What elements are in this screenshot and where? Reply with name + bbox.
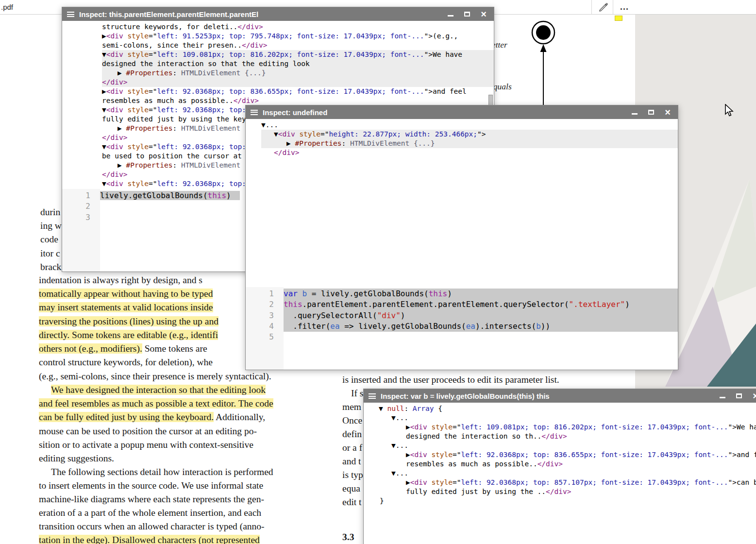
- screen: durining wcodeitor cbrackindentation is …: [0, 0, 756, 544]
- dom-tree-node[interactable]: designed the interaction so that the edi…: [102, 59, 494, 68]
- code-line[interactable]: [284, 332, 678, 342]
- code-line[interactable]: this.parentElement.parentElement.parentE…: [284, 299, 678, 310]
- dom-tree-node[interactable]: ▼...: [379, 469, 756, 478]
- line-number: 4: [246, 321, 274, 332]
- dom-tree-node[interactable]: semi-colons, since their presen..</div>: [102, 41, 494, 50]
- pencil-icon: [598, 2, 608, 12]
- line-number: 1: [246, 289, 274, 299]
- dom-tree-node[interactable]: ▼<div style="left: 109.081px; top: 816.2…: [102, 50, 494, 59]
- window-title: Inspect: this.parentElement.parentElemen…: [79, 10, 442, 18]
- line-number: 5: [246, 332, 274, 342]
- highlight-annotation-marker[interactable]: [615, 16, 622, 21]
- maximize-icon: [736, 393, 742, 398]
- dom-tree-node[interactable]: ▶<div style="left: 92.0368px; top: 836.6…: [102, 87, 494, 96]
- window-titlebar[interactable]: Inspect: undefined×: [246, 105, 678, 119]
- dom-tree-node[interactable]: fully edited just by using the ..</div>: [379, 487, 756, 496]
- code-line[interactable]: .querySelectorAll("div"): [284, 310, 678, 321]
- dom-tree[interactable]: ▼ null: Array {▼...▶<div style="left: 10…: [364, 403, 756, 544]
- end-state-icon: [524, 15, 568, 112]
- dom-tree-node[interactable]: ▼...: [379, 413, 756, 423]
- maximize-button[interactable]: [459, 7, 475, 21]
- dom-tree-node[interactable]: resembles as much as possible..</div>: [102, 96, 494, 105]
- minimize-icon: [632, 113, 638, 115]
- hamburger-menu-icon[interactable]: [251, 110, 258, 115]
- window-controls: ×: [442, 7, 492, 21]
- dom-tree-node[interactable]: ▶ #Properties: HTMLDivElement {...}: [102, 68, 494, 78]
- window-title: Inspect: var b = lively.getGlobalBounds(…: [381, 392, 714, 400]
- minimize-button[interactable]: [442, 7, 459, 21]
- dom-tree-node[interactable]: ▼...: [379, 441, 756, 450]
- dom-tree-node[interactable]: }: [379, 496, 756, 506]
- dom-tree-node[interactable]: resembles as much as possible..</div>: [379, 459, 756, 469]
- dom-tree-node[interactable]: ▼...: [261, 120, 678, 130]
- dom-tree-node[interactable]: ▶<div style="left: 91.5253px; top: 795.7…: [102, 32, 494, 41]
- line-number: 3: [62, 212, 90, 223]
- hamburger-menu-icon[interactable]: [67, 12, 74, 17]
- window-titlebar[interactable]: Inspect: var b = lively.getGlobalBounds(…: [364, 389, 756, 403]
- dom-tree-node[interactable]: ▶<div style="left: 109.081px; top: 816.2…: [379, 423, 756, 432]
- close-button[interactable]: ×: [475, 7, 492, 21]
- code-editor[interactable]: 12345var b = lively.getGlobalBounds(this…: [246, 287, 678, 370]
- dom-tree[interactable]: ▼...▼<div style="height: 22.877px; width…: [246, 119, 678, 288]
- window-title: Inspect: undefined: [263, 108, 626, 117]
- maximize-icon: [648, 110, 654, 115]
- maximize-icon: [464, 12, 470, 17]
- line-number-gutter: 123: [62, 189, 100, 272]
- inspector-window-undefined: Inspect: undefined×▼...▼<div style="heig…: [245, 105, 678, 370]
- line-number-gutter: 12345: [246, 287, 284, 370]
- code-line[interactable]: .filter(ea => lively.getGlobalBounds(ea)…: [284, 321, 678, 332]
- code-line[interactable]: var b = lively.getGlobalBounds(this): [284, 289, 678, 299]
- dom-tree-node[interactable]: ▶ #Properties: HTMLDivElement {...}: [261, 139, 678, 148]
- dom-tree-node[interactable]: </div>: [102, 78, 494, 87]
- window-controls: ×: [714, 389, 756, 403]
- window-titlebar[interactable]: Inspect: this.parentElement.parentElemen…: [62, 7, 494, 21]
- line-number: 3: [246, 310, 274, 321]
- dom-tree-node[interactable]: ▼<div style="height: 22.877px; width: 25…: [261, 130, 678, 139]
- dom-tree-node[interactable]: ▼ null: Array {: [379, 404, 756, 413]
- toolbar-separator: [613, 0, 613, 15]
- close-button[interactable]: ×: [659, 105, 676, 119]
- line-number: 2: [246, 299, 274, 310]
- state-diagram: [524, 15, 568, 112]
- dom-tree-node[interactable]: ▶<div style="left: 92.0368px; top: 857.1…: [379, 478, 756, 487]
- line-number: 1: [62, 190, 90, 201]
- maximize-button[interactable]: [731, 389, 747, 403]
- minimize-icon: [448, 15, 454, 17]
- minimize-button[interactable]: [714, 389, 731, 403]
- maximize-button[interactable]: [643, 105, 659, 119]
- toolbar-separator: [591, 0, 592, 15]
- hamburger-menu-icon[interactable]: [369, 393, 376, 399]
- dom-tree-node[interactable]: ▶<div style="left: 92.0368px; top: 836.6…: [379, 450, 756, 459]
- more-options-button[interactable]: …: [616, 0, 633, 14]
- annotate-button[interactable]: [595, 1, 611, 14]
- dom-tree-node[interactable]: structure keywords, for deleti..</div>: [102, 22, 494, 32]
- mouse-cursor: [724, 104, 735, 119]
- dom-tree-node[interactable]: </div>: [261, 148, 678, 157]
- minimize-icon: [720, 397, 725, 398]
- inspector-window-bounds: Inspect: var b = lively.getGlobalBounds(…: [363, 389, 756, 544]
- code-lines: var b = lively.getGlobalBounds(this)this…: [284, 287, 678, 370]
- close-button[interactable]: ×: [747, 389, 756, 403]
- window-controls: ×: [626, 105, 676, 119]
- minimize-button[interactable]: [626, 105, 643, 119]
- dom-tree-node[interactable]: designed the interaction so th..</div>: [379, 432, 756, 441]
- line-number: 2: [62, 201, 90, 212]
- pdf-filename: .pdf: [1, 3, 13, 11]
